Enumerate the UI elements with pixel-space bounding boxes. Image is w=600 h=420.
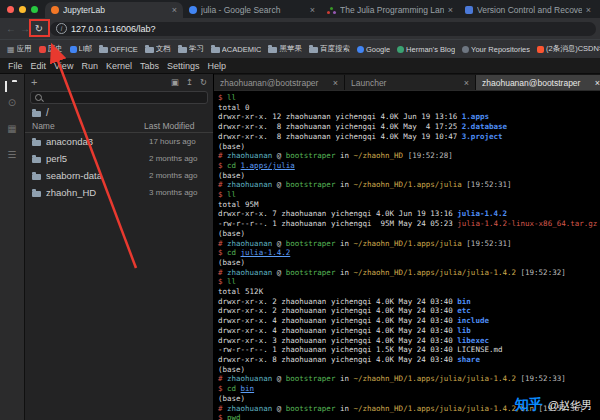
- folder-icon: [211, 47, 220, 53]
- terminal-line: # zhaohuanan @ bootstraper in ~/zhaohn_H…: [218, 151, 600, 161]
- close-tab-icon[interactable]: ×: [586, 5, 591, 15]
- browser-window: JupyterLab × julia - Google Search × The…: [0, 0, 600, 420]
- url-text: 127.0.0.1:16006/lab?: [71, 24, 156, 34]
- close-tab-icon[interactable]: ×: [333, 78, 338, 88]
- terminal-line: drwxr-xr-x. 7 zhaohuanan yichengqi 4.0K …: [218, 209, 600, 219]
- command-palette-icon[interactable]: ▦: [7, 124, 16, 134]
- close-tab-icon[interactable]: ×: [448, 5, 453, 15]
- zoom-window-button[interactable]: [31, 6, 38, 13]
- close-tab-icon[interactable]: ×: [464, 78, 469, 88]
- column-last-modified[interactable]: Last Modified: [144, 121, 206, 131]
- zhihu-watermark: 知乎 @赵华男: [515, 396, 592, 414]
- minimize-window-button[interactable]: [19, 6, 26, 13]
- terminal-line: drwxr-xr-x. 2 zhaohuanan yichengqi 4.0K …: [218, 306, 600, 316]
- bookmark-item[interactable]: OFFICE: [99, 45, 138, 54]
- terminal-line: # zhaohuanan @ bootstraper in ~/zhaohn_H…: [218, 180, 600, 190]
- terminal-line: $ cd julia-1.4.2: [218, 248, 600, 258]
- menu-item-tabs[interactable]: Tabs: [136, 61, 163, 71]
- folder-icon: [99, 47, 108, 53]
- browser-tab-google-search[interactable]: julia - Google Search ×: [183, 2, 321, 18]
- menu-item-run[interactable]: Run: [77, 61, 102, 71]
- terminal-line: drwxr-xr-x. 4 zhaohuanan yichengqi 4.0K …: [218, 326, 600, 336]
- close-tab-icon[interactable]: ×: [595, 78, 600, 88]
- menu-item-view[interactable]: View: [50, 61, 77, 71]
- terminal-line: # zhaohuanan @ bootstraper in ~/zhaohn_H…: [218, 239, 600, 249]
- bookmark-label: 百度搜索: [320, 44, 350, 54]
- running-sessions-icon[interactable]: ⊙: [8, 98, 16, 108]
- bookmark-label: 学习: [189, 44, 204, 54]
- bookmark-item[interactable]: 黑苹果: [268, 44, 302, 54]
- tab-launcher[interactable]: Launcher ×: [345, 75, 476, 90]
- folder-icon: [178, 47, 187, 53]
- terminal-line: total 512K: [218, 287, 600, 297]
- file-row[interactable]: anaconda3 17 hours ago: [25, 133, 213, 150]
- menu-item-edit[interactable]: Edit: [27, 61, 51, 71]
- file-row[interactable]: perl5 2 months ago: [25, 150, 213, 167]
- folder-icon: [268, 47, 277, 53]
- bookmark-item[interactable]: Your Repositories: [462, 45, 530, 54]
- folder-icon: [32, 140, 41, 146]
- menu-item-file[interactable]: File: [4, 61, 27, 71]
- tab-terminal-2[interactable]: zhaohuanan@bootstraper ×: [476, 75, 600, 90]
- bookmark-item[interactable]: 百度搜索: [309, 44, 350, 54]
- file-row[interactable]: seaborn-data 2 months ago: [25, 167, 213, 184]
- bookmark-item[interactable]: LI邮: [70, 44, 93, 54]
- column-name[interactable]: Name: [32, 121, 144, 131]
- refresh-icon[interactable]: ↻: [200, 77, 207, 87]
- file-name: zhaohn_HD: [46, 187, 144, 198]
- terminal-line: $ ll: [218, 277, 600, 287]
- close-tab-icon[interactable]: ×: [172, 5, 177, 15]
- search-icon: [35, 94, 42, 101]
- file-row[interactable]: zhaohn_HD 3 months ago: [25, 184, 213, 201]
- address-bar[interactable]: i 127.0.0.1:16006/lab?: [50, 22, 596, 36]
- file-modified: 2 months ago: [149, 154, 206, 163]
- favicon-icon: [70, 46, 77, 53]
- reload-icon[interactable]: ↻: [32, 23, 46, 34]
- close-window-button[interactable]: [7, 6, 14, 13]
- menu-item-kernel[interactable]: Kernel: [102, 61, 136, 71]
- terminal-line: drwxr-xr-x. 4 zhaohuanan yichengqi 4.0K …: [218, 316, 600, 326]
- favicon-icon: [462, 46, 469, 53]
- breadcrumb[interactable]: /: [25, 106, 213, 119]
- browser-tab-version-control[interactable]: Version Control and Recovery ×: [459, 2, 597, 18]
- jupyter-favicon-icon: [51, 6, 59, 14]
- bookmarks-bar: ▦应用历史LI邮OFFICE文档学习ACADEMIC黑苹果百度搜索GoogleH…: [0, 40, 600, 58]
- upload-icon[interactable]: ↥: [186, 77, 193, 87]
- browser-tab-label: The Julia Programming Language: [340, 5, 444, 15]
- new-folder-icon[interactable]: ▣: [171, 77, 179, 87]
- bookmark-item[interactable]: 历史: [39, 44, 63, 54]
- file-modified: 17 hours ago: [149, 137, 206, 146]
- tab-terminal-1[interactable]: zhaohuanan@bootstraper ×: [214, 75, 345, 90]
- file-modified: 3 months ago: [149, 188, 206, 197]
- window-controls: [0, 0, 45, 18]
- terminal-line: drwxr-xr-x. 8 zhaohuanan yichengqi 4.0K …: [218, 355, 600, 365]
- file-filter-input[interactable]: [30, 91, 208, 104]
- back-icon[interactable]: ←: [4, 23, 18, 34]
- terminal-line: drwxr-xr-x. 2 zhaohuanan yichengqi 4.0K …: [218, 297, 600, 307]
- favicon-icon: [537, 46, 544, 53]
- new-launcher-icon[interactable]: +: [31, 76, 37, 88]
- terminal-line: total 0: [218, 103, 600, 113]
- browser-tab-jupyterlab[interactable]: JupyterLab ×: [45, 2, 183, 18]
- browser-tabstrip: JupyterLab × julia - Google Search × The…: [0, 0, 600, 18]
- browser-tab-julia-lang[interactable]: The Julia Programming Language ×: [321, 2, 459, 18]
- terminal-output[interactable]: $ lltotal 0drwxr-xr-x. 12 zhaohuanan yic…: [214, 91, 600, 420]
- forward-icon[interactable]: →: [18, 23, 32, 34]
- terminal-line: $ ll: [218, 93, 600, 103]
- bookmark-item[interactable]: ACADEMIC: [211, 45, 262, 54]
- menu-item-help[interactable]: Help: [203, 61, 230, 71]
- close-tab-icon[interactable]: ×: [310, 5, 315, 15]
- file-modified: 2 months ago: [149, 171, 206, 180]
- bookmark-item[interactable]: 文档: [145, 44, 171, 54]
- google-favicon-icon: [189, 6, 197, 14]
- bookmark-item[interactable]: 学习: [178, 44, 204, 54]
- open-tabs-icon[interactable]: ☰: [8, 150, 17, 160]
- bookmark-item[interactable]: (2条消息)CSDN学院: [537, 44, 600, 54]
- bookmark-item[interactable]: ▦应用: [7, 44, 32, 54]
- bookmark-item[interactable]: Google: [357, 45, 390, 54]
- bookmark-item[interactable]: Herman's Blog: [397, 45, 455, 54]
- menu-item-settings[interactable]: Settings: [163, 61, 204, 71]
- main-dock-panel: zhaohuanan@bootstraper × Launcher × zhao…: [214, 74, 600, 420]
- site-info-icon[interactable]: i: [56, 23, 67, 34]
- terminal-line: (base): [218, 258, 600, 268]
